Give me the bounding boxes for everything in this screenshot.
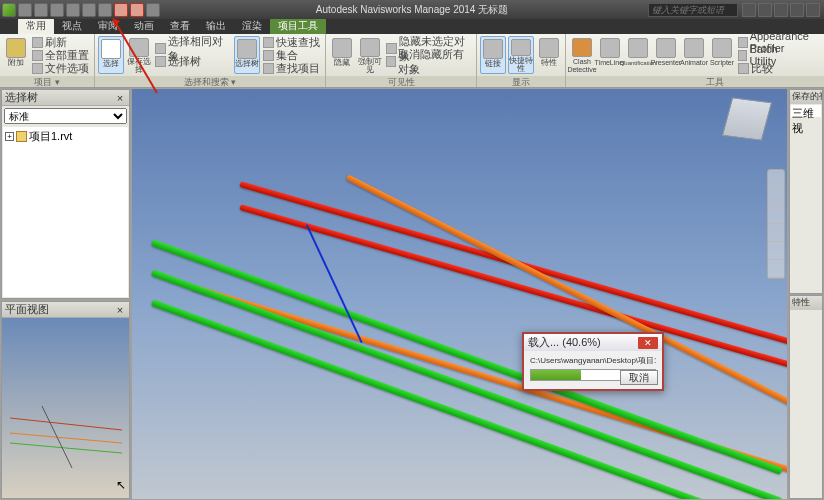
dialog-titlebar[interactable]: 载入... (40.6%) ✕ <box>524 334 662 351</box>
plan-view-header[interactable]: 平面视图× <box>2 302 129 318</box>
tab-review[interactable]: 审阅 <box>90 18 126 34</box>
props-button[interactable]: 特性 <box>536 36 562 74</box>
select-same-icon <box>155 43 166 54</box>
batch-icon <box>738 50 747 61</box>
unhide-icon <box>386 56 396 67</box>
scripter-button[interactable]: Scripter <box>709 36 735 74</box>
presenter-button[interactable]: Presenter <box>653 36 679 74</box>
qat-redo-icon[interactable] <box>98 3 112 17</box>
tree-mode-select[interactable]: 标准 <box>4 108 127 124</box>
select-tree-button2[interactable]: 选择树 <box>234 36 260 74</box>
signin-icon[interactable] <box>758 3 772 17</box>
find-icon <box>263 37 274 48</box>
props-icon <box>539 38 559 58</box>
close-icon[interactable] <box>806 3 820 17</box>
hide-button[interactable]: 隐藏 <box>329 36 355 74</box>
saved-vp-header: 保存的视点 <box>790 90 822 104</box>
tab-render[interactable]: 渲染 <box>234 18 270 34</box>
nav-zoom-icon[interactable] <box>768 206 784 224</box>
qat-refresh-icon[interactable] <box>66 3 80 17</box>
dialog-close-icon[interactable]: ✕ <box>638 337 658 349</box>
nav-wheel-icon[interactable] <box>768 170 784 188</box>
tab-look[interactable]: 查看 <box>162 18 198 34</box>
properties-panel[interactable]: 特性 <box>789 295 823 500</box>
qat-select-icon[interactable] <box>114 3 128 17</box>
compare-icon <box>738 63 749 74</box>
fileopt-icon <box>32 63 43 74</box>
ribbon: 附加 刷新 全部重置 文件选项 项目 ▾ 选择 保存选择 选择相同对象 选择树 … <box>0 34 824 88</box>
close-icon[interactable]: × <box>114 304 126 316</box>
reset-icon <box>32 50 43 61</box>
scripter-icon <box>712 38 732 58</box>
clash-icon <box>572 38 592 57</box>
qat-select2-icon[interactable] <box>130 3 144 17</box>
quant-button[interactable]: Quantification <box>625 36 651 74</box>
max-icon[interactable] <box>790 3 804 17</box>
animator-icon <box>684 38 704 58</box>
nav-bar[interactable] <box>767 169 785 279</box>
vp-item[interactable]: 三维视 <box>791 105 821 117</box>
nav-orbit-icon[interactable] <box>768 224 784 242</box>
ribbon-group-select: 选择 保存选择 选择相同对象 选择树 选择树 快速查找 集合 查找项目 选择和搜… <box>95 34 326 87</box>
selection-tree[interactable]: + 项目1.rvt <box>3 127 128 297</box>
quickprops-button[interactable]: 快捷特性 <box>508 36 534 74</box>
qat-undo-icon[interactable] <box>82 3 96 17</box>
pipe-green <box>151 269 783 499</box>
timeliner-button[interactable]: TimeLiner <box>597 36 623 74</box>
save-sel-button[interactable]: 保存选择 <box>126 36 152 74</box>
expand-icon[interactable]: + <box>5 132 14 141</box>
help-search-input[interactable] <box>648 3 738 17</box>
links-icon <box>483 39 503 59</box>
append-button[interactable]: 附加 <box>3 36 29 74</box>
plan-view[interactable] <box>2 318 129 498</box>
nav-pan-icon[interactable] <box>768 188 784 206</box>
progress-fill <box>531 370 581 380</box>
viewcube[interactable] <box>722 97 772 141</box>
unhide-all-button[interactable]: 取消隐藏所有对象 <box>385 55 473 68</box>
group-label-project: 项目 ▾ <box>0 76 94 87</box>
tab-itemtools[interactable]: 项目工具 <box>270 18 326 34</box>
links-button[interactable]: 链接 <box>480 36 506 74</box>
cancel-button[interactable]: 取消 <box>620 370 658 385</box>
sel-tree-header[interactable]: 选择树× <box>2 90 129 106</box>
find-items-button[interactable]: 查找项目 <box>262 62 322 75</box>
animator-button[interactable]: Animator <box>681 36 707 74</box>
help-icon[interactable] <box>742 3 756 17</box>
tree2-icon <box>237 39 257 59</box>
nav-look-icon[interactable] <box>768 242 784 260</box>
quant-icon <box>628 38 648 58</box>
app-logo-icon[interactable] <box>2 3 16 17</box>
saved-viewpoints-panel[interactable]: 保存的视点 三维视 <box>789 89 823 294</box>
svg-line-3 <box>42 406 72 468</box>
title-bar: Autodesk Navisworks Manage 2014 无标题 <box>0 0 824 19</box>
nav-walk-icon[interactable] <box>768 260 784 278</box>
group-label-display: 显示 <box>477 76 565 87</box>
qat-save-icon[interactable] <box>34 3 48 17</box>
viewport-3d[interactable]: 载入... (40.6%) ✕ C:\Users\wangyanan\Deskt… <box>132 89 787 499</box>
select-button[interactable]: 选择 <box>98 36 124 74</box>
props-header: 特性 <box>790 296 822 310</box>
reqd-button[interactable]: 强制可见 <box>357 36 383 74</box>
title-right-controls <box>738 3 824 17</box>
tab-viewpoint[interactable]: 视点 <box>54 18 90 34</box>
sel-tree-button[interactable]: 选择树 <box>154 55 214 68</box>
file-icon <box>16 131 27 142</box>
qat-dropdown-icon[interactable] <box>146 3 160 17</box>
tab-animation[interactable]: 动画 <box>126 18 162 34</box>
clash-button[interactable]: Clash Detective <box>569 36 595 74</box>
min-icon[interactable] <box>774 3 788 17</box>
tab-home[interactable]: 常用 <box>18 18 54 34</box>
tab-output[interactable]: 输出 <box>198 18 234 34</box>
group-label-select: 选择和搜索 ▾ <box>95 76 325 87</box>
left-dock: 选择树× 标准 + 项目1.rvt 平面视图× <box>0 88 131 500</box>
tree-item-label: 项目1.rvt <box>29 129 72 144</box>
fileopt-button[interactable]: 文件选项 <box>31 62 91 75</box>
qat-print-icon[interactable] <box>50 3 64 17</box>
tree-item[interactable]: + 项目1.rvt <box>5 129 126 144</box>
dialog-path: C:\Users\wangyanan\Desktop\项目1.rvt <box>530 355 656 366</box>
compare-button[interactable]: 比较 <box>737 62 797 75</box>
ribbon-group-tools: Clash Detective TimeLiner Quantification… <box>566 34 824 87</box>
qat-open-icon[interactable] <box>18 3 32 17</box>
ribbon-group-project: 附加 刷新 全部重置 文件选项 项目 ▾ <box>0 34 95 87</box>
close-icon[interactable]: × <box>114 92 126 104</box>
